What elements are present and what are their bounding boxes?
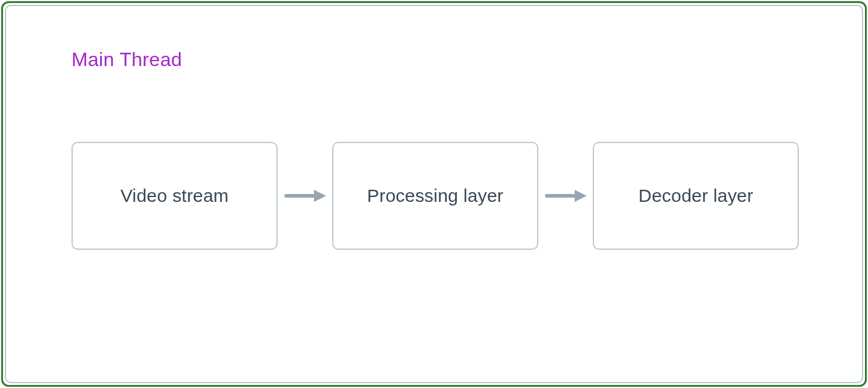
node-label: Decoder layer bbox=[638, 186, 753, 206]
node-video-stream: Video stream bbox=[72, 142, 278, 250]
svg-marker-1 bbox=[314, 190, 326, 202]
arrow-2 bbox=[538, 189, 593, 203]
diagram-container: Main Thread Video stream Processing laye… bbox=[5, 5, 863, 383]
arrow-1 bbox=[278, 189, 332, 203]
arrow-right-icon bbox=[284, 189, 326, 203]
node-label: Processing layer bbox=[367, 186, 504, 206]
svg-marker-3 bbox=[575, 190, 587, 202]
flow-row: Video stream Processing layer Decoder la… bbox=[72, 142, 799, 250]
node-decoder-layer: Decoder layer bbox=[593, 142, 799, 250]
arrow-right-icon bbox=[544, 189, 587, 203]
diagram-title: Main Thread bbox=[72, 48, 182, 71]
node-processing-layer: Processing layer bbox=[332, 142, 538, 250]
node-label: Video stream bbox=[121, 186, 229, 206]
